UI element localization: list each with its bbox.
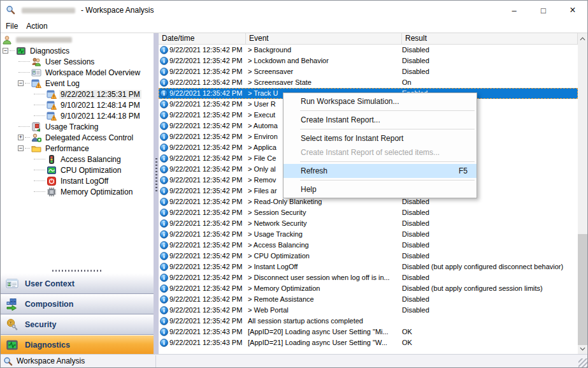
info-icon	[160, 133, 168, 141]
table-row[interactable]: 9/22/2021 12:35:43 PM[AppID=21] Loading …	[159, 337, 578, 348]
tree-item-workspace-model-overview[interactable]: Workspace Model Overview	[1, 67, 154, 78]
cell-datetime: 9/22/2021 12:35:42 PM	[169, 230, 242, 238]
table-row[interactable]: 9/22/2021 12:35:42 PM> Remote Assistance…	[159, 294, 578, 305]
context-menu-item-refresh[interactable]: RefreshF5	[283, 164, 477, 178]
table-row[interactable]: 9/22/2021 12:35:42 PM> Usage TrackingDis…	[159, 229, 578, 240]
nav-button-security[interactable]: Security	[1, 314, 154, 335]
table-row[interactable]: 9/22/2021 12:35:42 PM> Session SecurityD…	[159, 207, 578, 218]
tree-item-user-sessions[interactable]: User Sessions	[1, 56, 154, 67]
close-button[interactable]: ×	[558, 1, 587, 20]
info-icon	[160, 68, 168, 76]
table-row[interactable]: 9/22/2021 12:35:42 PM> Web PortalDisable…	[159, 305, 578, 316]
maximize-button[interactable]: □	[529, 1, 558, 20]
scroll-up-icon[interactable]	[578, 33, 587, 44]
cell-event: > User R	[248, 100, 276, 108]
collapse-icon[interactable]: −	[18, 80, 24, 86]
table-row[interactable]: 9/22/2021 12:35:42 PM> Network SecurityD…	[159, 218, 578, 229]
tree-item-delegated-access-control[interactable]: +Delegated Access Control	[1, 132, 154, 143]
menu-action[interactable]: Action	[26, 20, 52, 32]
dotted-line	[18, 61, 30, 62]
column-header-result[interactable]: Result	[402, 33, 578, 44]
cell-result: Disabled	[402, 241, 429, 249]
context-menu-item-select-items-for-instant-report[interactable]: Select items for Instant Report	[283, 131, 477, 145]
table-row[interactable]: 9/22/2021 12:35:42 PM> Memory Optimizati…	[159, 283, 578, 294]
cell-datetime: 9/22/2021 12:35:42 PM	[169, 306, 242, 314]
cell-event: > Network Security	[248, 219, 307, 227]
column-header-event[interactable]: Event	[246, 33, 402, 44]
context-menu-item-run-workspace-simulation[interactable]: Run Workspace Simulation...	[283, 94, 477, 108]
menu-file[interactable]: File	[6, 20, 22, 32]
table-row[interactable]: 9/22/2021 12:35:42 PM> BackgroundDisable…	[159, 45, 578, 55]
composition-icon	[6, 298, 18, 311]
cell-datetime: 9/22/2021 12:35:42 PM	[169, 111, 242, 119]
info-icon	[160, 306, 168, 314]
minimize-button[interactable]: –	[499, 1, 529, 20]
tree-connector	[32, 94, 47, 94]
user-context-icon	[6, 277, 18, 290]
table-row[interactable]: 9/22/2021 12:35:42 PM> Screensaver State…	[159, 77, 578, 88]
cell-event: > Remote Assistance	[248, 295, 314, 303]
tree-item-memory-optimization[interactable]: Memory Optimization	[1, 186, 154, 197]
context-menu-item-help[interactable]: Help	[283, 182, 477, 196]
table-row[interactable]: 9/22/2021 12:35:42 PMAll session startup…	[159, 316, 578, 327]
security-icon	[6, 318, 18, 331]
workspace-model-icon	[31, 68, 41, 78]
tree-item-root-user[interactable]	[1, 34, 154, 45]
access-balancing-icon	[47, 154, 57, 165]
scrollbar-thumb[interactable]	[578, 234, 587, 345]
table-row[interactable]: 9/22/2021 12:35:42 PM> Access BalancingD…	[159, 240, 578, 251]
cell-datetime: 9/22/2021 12:35:42 PM	[169, 219, 242, 227]
scroll-down-icon[interactable]	[578, 343, 587, 354]
tree-item-performance[interactable]: −Performance	[1, 143, 154, 154]
info-icon	[160, 144, 168, 152]
tree-item-label: Delegated Access Control	[44, 133, 134, 142]
statusbar-divider	[155, 355, 156, 367]
resize-grip[interactable]	[578, 358, 587, 367]
nav-button-composition[interactable]: Composition	[1, 294, 154, 314]
tree-item-9-10-2021-12-44-18-pm[interactable]: 9/10/2021 12:44:18 PM	[1, 110, 154, 121]
cell-datetime: 9/22/2021 12:35:42 PM	[169, 78, 242, 86]
nav-button-label: Security	[25, 320, 56, 329]
expand-icon[interactable]: +	[18, 135, 24, 140]
table-row[interactable]: 9/22/2021 12:35:42 PM> Disconnect user s…	[159, 272, 578, 283]
collapse-icon[interactable]: −	[18, 145, 24, 151]
context-menu-item-create-instant-report[interactable]: Create Instant Report...	[283, 113, 477, 127]
dotted-line	[25, 148, 30, 149]
cell-event: > Files ar	[248, 187, 277, 195]
table-row[interactable]: 9/22/2021 12:35:43 PM[AppID=20] Loading …	[159, 327, 578, 337]
vertical-splitter[interactable]	[154, 33, 159, 354]
tree-item-label: Instant LogOff	[59, 177, 110, 186]
magnifier-icon	[3, 357, 13, 366]
collapse-icon[interactable]: −	[3, 48, 8, 54]
tree-item-diagnostics[interactable]: −Diagnostics	[1, 45, 154, 56]
cell-event: > Execut	[248, 111, 275, 119]
tree-item-9-22-2021-12-35-31-pm[interactable]: 9/22/2021 12:35:31 PM	[1, 89, 154, 99]
horizontal-splitter[interactable]	[1, 268, 154, 274]
tree-item-instant-logoff[interactable]: Instant LogOff	[1, 175, 154, 186]
table-row[interactable]: 9/22/2021 12:35:42 PM> Instant LogOffDis…	[159, 261, 578, 272]
table-row[interactable]: 9/22/2021 12:35:42 PM> ScreensaverDisabl…	[159, 66, 578, 77]
tree-item-cpu-optimization[interactable]: CPU Optimization	[1, 165, 154, 175]
tree-connector	[17, 61, 31, 62]
table-row[interactable]: 9/22/2021 12:35:42 PM> Lockdown and Beha…	[159, 55, 578, 66]
diagnostics-icon	[16, 46, 26, 56]
cell-event: > Background	[248, 46, 291, 54]
info-icon	[160, 209, 168, 217]
nav-button-diagnostics[interactable]: Diagnostics	[1, 335, 154, 355]
table-row[interactable]: 9/22/2021 12:35:42 PM> CPU OptimizationD…	[159, 251, 578, 261]
tree-item-usage-tracking[interactable]: Usage Tracking	[1, 121, 154, 132]
vertical-scrollbar[interactable]	[578, 33, 587, 354]
info-icon	[160, 122, 168, 130]
cell-result: Disabled	[402, 252, 429, 260]
tree-item-9-10-2021-12-48-14-pm[interactable]: 9/10/2021 12:48:14 PM	[1, 99, 154, 110]
cell-datetime: 9/22/2021 12:35:42 PM	[169, 263, 242, 270]
tree-item-event-log[interactable]: −Event Log	[1, 78, 154, 89]
menubar: FileAction	[1, 20, 587, 33]
tree-connector	[32, 170, 47, 170]
table-header: Date/timeEventResult	[159, 33, 578, 45]
nav-button-user-context[interactable]: User Context	[1, 274, 154, 294]
column-header-date-time[interactable]: Date/time	[159, 33, 246, 44]
menu-separator	[300, 110, 475, 111]
cell-event: [AppID=20] Loading async User Setting "M…	[248, 328, 389, 335]
tree-item-access-balancing[interactable]: Access Balancing	[1, 154, 154, 165]
